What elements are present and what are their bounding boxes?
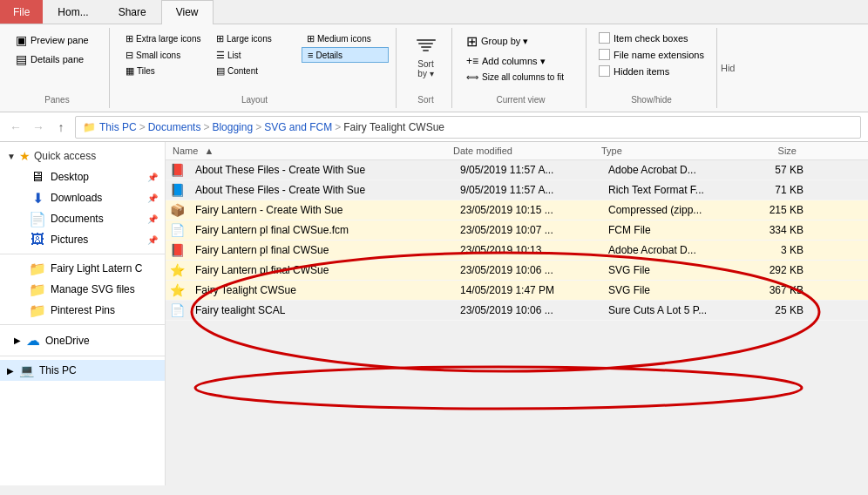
large-icons-icon: ⊞ bbox=[216, 33, 224, 44]
add-columns-button[interactable]: +≡ Add columns ▾ bbox=[463, 53, 579, 69]
group-by-button[interactable]: ⊞ Group by ▾ bbox=[463, 31, 579, 51]
back-button[interactable]: ← bbox=[7, 119, 24, 136]
file-date: 14/05/2019 1:47 PM bbox=[460, 284, 608, 296]
medium-icons-button[interactable]: ⊞ Medium icons bbox=[302, 31, 389, 46]
preview-pane-button[interactable]: ▣ Preview pane bbox=[12, 31, 102, 49]
nav-item-desktop[interactable]: 🖥 Desktop 📌 bbox=[0, 166, 165, 187]
file-row[interactable]: 📄 Fairy Lantern pl final CWSue.fcm 23/05… bbox=[166, 220, 868, 241]
item-check-boxes-checkbox[interactable] bbox=[599, 32, 610, 44]
desktop-pin: 📌 bbox=[147, 173, 158, 182]
content-button[interactable]: ▤ Content bbox=[211, 64, 298, 78]
breadcrumb-documents[interactable]: Documents bbox=[148, 121, 201, 133]
hidden-items-checkbox[interactable] bbox=[599, 65, 610, 77]
downloads-label: Downloads bbox=[51, 192, 140, 204]
file-row[interactable]: ⭐ Fairy Tealight CWSue 14/05/2019 1:47 P… bbox=[166, 281, 868, 301]
breadcrumb-sep3: > bbox=[255, 121, 261, 133]
tab-view[interactable]: View bbox=[161, 0, 214, 24]
nav-item-downloads[interactable]: ⬇ Downloads 📌 bbox=[0, 187, 165, 208]
tab-bar: File Hom... Share View bbox=[0, 0, 868, 24]
file-date: 23/05/2019 10:06 ... bbox=[460, 304, 608, 316]
file-name-extensions-label: File name extensions bbox=[614, 50, 704, 60]
file-size: 71 KB bbox=[748, 184, 817, 196]
add-columns-label: Add columns ▾ bbox=[482, 56, 546, 67]
tiles-button[interactable]: ▦ Tiles bbox=[120, 64, 207, 78]
hid-label: Hid bbox=[721, 63, 736, 73]
breadcrumb-blogging[interactable]: Blogging bbox=[212, 121, 253, 133]
column-header-size[interactable]: Size bbox=[741, 146, 810, 156]
tab-home[interactable]: Hom... bbox=[43, 0, 103, 24]
file-size: 292 KB bbox=[748, 264, 817, 276]
nav-item-manage-svg[interactable]: 📁 Manage SVG files bbox=[0, 279, 165, 300]
item-check-boxes-option[interactable]: Item check boxes bbox=[597, 31, 706, 44]
file-name: Fairy Lantern pl final CWSue.fcm bbox=[188, 224, 460, 236]
pinterest-label: Pinterest Pins bbox=[51, 304, 158, 316]
breadcrumb-sep4: > bbox=[335, 121, 341, 133]
quick-access-header[interactable]: ▼ ★ Quick access bbox=[0, 146, 165, 166]
breadcrumb[interactable]: 📁 This PC > Documents > Blogging > SVG a… bbox=[75, 116, 861, 139]
column-header-type[interactable]: Type bbox=[601, 146, 741, 156]
up-button[interactable]: ↑ bbox=[52, 119, 70, 136]
nav-item-documents[interactable]: 📄 Documents 📌 bbox=[0, 208, 165, 229]
hidden-items-label: Hidden items bbox=[614, 66, 669, 77]
pdf-icon: 📕 bbox=[169, 162, 185, 178]
sort-button[interactable]: Sortby ▾ Sort bbox=[400, 28, 452, 108]
file-size: 25 KB bbox=[748, 304, 817, 316]
file-list-header: Name ▲ Date modified Type Size bbox=[166, 142, 868, 160]
file-date: 23/05/2019 10:13 ... bbox=[460, 244, 608, 256]
fcm-icon: 📄 bbox=[169, 222, 185, 238]
size-all-columns-icon: ⟺ bbox=[466, 72, 478, 82]
onedrive-label: OneDrive bbox=[45, 335, 90, 347]
file-list-wrapper: Name ▲ Date modified Type Size 📕 About T… bbox=[166, 142, 868, 485]
file-row[interactable]: 📘 About These Files - Create With Sue 9/… bbox=[166, 180, 868, 200]
details-button[interactable]: ≡ Details bbox=[302, 47, 389, 63]
file-name: Fairy Lantern pl final CWSue bbox=[188, 264, 460, 276]
nav-item-onedrive[interactable]: ▶ ☁ OneDrive bbox=[0, 329, 165, 352]
file-size: 367 KB bbox=[748, 284, 817, 296]
file-type: Compressed (zipp... bbox=[608, 204, 748, 216]
nav-item-fairy-light[interactable]: 📁 Fairy Light Latern C bbox=[0, 258, 165, 279]
sort-label: Sortby ▾ bbox=[417, 59, 433, 78]
file-row[interactable]: 📕 About These Files - Create With Sue 9/… bbox=[166, 160, 868, 180]
size-all-columns-label: Size all columns to fit bbox=[482, 72, 564, 82]
forward-button[interactable]: → bbox=[30, 119, 47, 136]
column-header-name[interactable]: Name ▲ bbox=[166, 146, 453, 156]
file-list: Name ▲ Date modified Type Size 📕 About T… bbox=[166, 142, 868, 485]
breadcrumb-svgfcm[interactable]: SVG and FCM bbox=[264, 121, 332, 133]
address-bar: ← → ↑ 📁 This PC > Documents > Blogging >… bbox=[0, 112, 868, 142]
breadcrumb-thispc[interactable]: This PC bbox=[99, 121, 137, 133]
desktop-icon: 🖥 bbox=[30, 170, 45, 184]
list-button[interactable]: ☰ List bbox=[211, 47, 298, 63]
preview-pane-icon: ▣ bbox=[16, 33, 27, 47]
sort-group-label: Sort bbox=[417, 92, 433, 105]
small-icons-button[interactable]: ⊟ Small icons bbox=[120, 47, 207, 63]
file-row[interactable]: 📄 Fairy tealight SCAL 23/05/2019 10:06 .… bbox=[166, 301, 868, 321]
hidden-items-option[interactable]: Hidden items bbox=[597, 64, 706, 78]
file-name-extensions-option[interactable]: File name extensions bbox=[597, 48, 706, 61]
file-row[interactable]: 📕 Fairy Lantern pl final CWSue 23/05/201… bbox=[166, 241, 868, 261]
sort-indicator: ▲ bbox=[204, 146, 214, 156]
tiles-label: Tiles bbox=[137, 66, 155, 76]
column-header-date[interactable]: Date modified bbox=[453, 146, 601, 156]
group-by-label: Group by ▾ bbox=[481, 36, 528, 47]
size-all-columns-button[interactable]: ⟺ Size all columns to fit bbox=[463, 71, 579, 84]
file-row[interactable]: 📦 Fairy Lantern - Create With Sue 23/05/… bbox=[166, 200, 868, 220]
list-label: List bbox=[227, 51, 241, 60]
manage-svg-icon: 📁 bbox=[30, 282, 45, 296]
tab-share[interactable]: Share bbox=[104, 0, 161, 24]
nav-item-thispc[interactable]: ▶ 💻 This PC bbox=[0, 360, 165, 381]
file-type: Sure Cuts A Lot 5 P... bbox=[608, 304, 748, 316]
nav-separator-2 bbox=[0, 324, 165, 325]
tab-file[interactable]: File bbox=[0, 0, 43, 24]
file-name-extensions-checkbox[interactable] bbox=[599, 49, 610, 60]
current-view-group-label: Current view bbox=[463, 92, 579, 105]
large-icons-button[interactable]: ⊞ Large icons bbox=[211, 31, 298, 46]
nav-item-pinterest[interactable]: 📁 Pinterest Pins bbox=[0, 300, 165, 321]
documents-label: Documents bbox=[51, 213, 140, 225]
hid-button[interactable]: Hid bbox=[716, 28, 739, 108]
nav-item-pictures[interactable]: 🖼 Pictures 📌 bbox=[0, 229, 165, 250]
extra-large-icons-button[interactable]: ⊞ Extra large icons bbox=[120, 31, 207, 46]
file-row[interactable]: ⭐ Fairy Lantern pl final CWSue 23/05/201… bbox=[166, 261, 868, 281]
pictures-label: Pictures bbox=[51, 234, 140, 246]
left-nav: ▼ ★ Quick access 🖥 Desktop 📌 ⬇ Downloads… bbox=[0, 142, 166, 485]
details-pane-button[interactable]: ▤ Details pane bbox=[12, 51, 102, 68]
